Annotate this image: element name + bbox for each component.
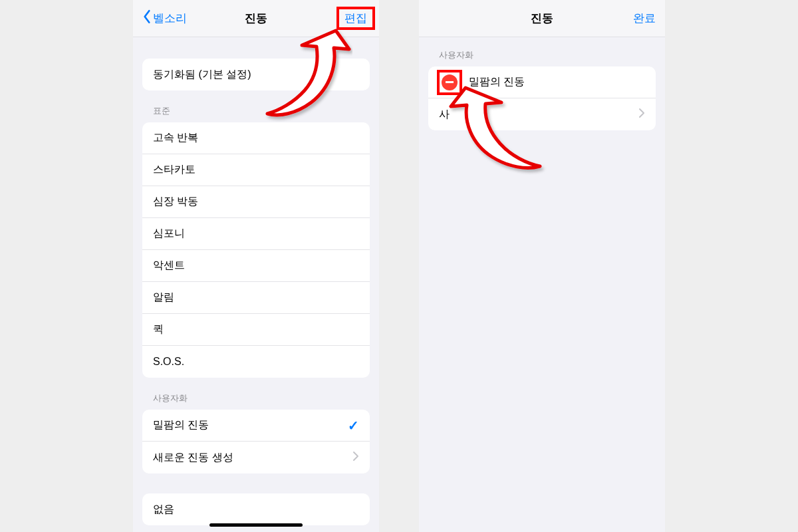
none-label: 없음 xyxy=(153,503,359,517)
custom-item-label: 밀팜의 진동 xyxy=(469,75,645,89)
list-item-label: 심장 박동 xyxy=(153,195,359,209)
list-item-label: S.O.S. xyxy=(153,356,359,368)
list-item-label: 퀵 xyxy=(153,323,359,336)
second-item-row[interactable]: 사 xyxy=(428,98,656,130)
create-new-row[interactable]: 새로운 진동 생성 xyxy=(142,442,370,473)
list-item[interactable]: 퀵 xyxy=(142,314,370,346)
chevron-right-icon xyxy=(352,451,359,464)
second-item-label: 사 xyxy=(439,108,638,122)
done-button[interactable]: 완료 xyxy=(633,11,656,26)
list-item[interactable]: 심장 박동 xyxy=(142,186,370,218)
custom-header-right: 사용자화 xyxy=(419,37,665,66)
content-left: 동기화됨 (기본 설정) 표준 고속 반복스타카토심장 박동심포니악센트알림퀵S… xyxy=(133,59,379,525)
back-button[interactable]: 벨소리 xyxy=(142,9,187,27)
synced-label: 동기화됨 (기본 설정) xyxy=(153,68,359,82)
custom-selected-row[interactable]: 밀팜의 진동 ✓ xyxy=(142,410,370,442)
list-item[interactable]: 심포니 xyxy=(142,218,370,250)
list-item[interactable]: 악센트 xyxy=(142,250,370,282)
home-indicator xyxy=(209,523,303,527)
chevron-right-icon xyxy=(638,108,645,121)
edit-button[interactable]: 편집 xyxy=(342,11,370,26)
delete-icon[interactable] xyxy=(442,74,458,90)
delete-highlight xyxy=(437,70,462,95)
content-right: 사용자화 밀팜의 진동 사 xyxy=(419,37,665,130)
list-item-label: 알림 xyxy=(153,291,359,305)
checkmark-icon: ✓ xyxy=(348,418,359,434)
custom-selected-label: 밀팜의 진동 xyxy=(153,418,348,432)
back-label: 벨소리 xyxy=(153,11,187,26)
list-item-label: 심포니 xyxy=(153,227,359,241)
page-title: 진동 xyxy=(245,11,267,26)
navbar-right: 진동 완료 xyxy=(419,0,665,37)
chevron-left-icon xyxy=(142,9,152,27)
navbar: 벨소리 진동 편집 xyxy=(133,0,379,37)
list-item-label: 악센트 xyxy=(153,259,359,273)
standard-header: 표준 xyxy=(133,90,379,122)
list-item[interactable]: 고속 반복 xyxy=(142,122,370,154)
phone-left: 벨소리 진동 편집 동기화됨 (기본 설정) 표준 고속 반복스타카토심장 박동… xyxy=(133,0,379,532)
custom-group-left: 밀팜의 진동 ✓ 새로운 진동 생성 xyxy=(142,410,370,473)
synced-row[interactable]: 동기화됨 (기본 설정) xyxy=(142,59,370,90)
standard-group: 고속 반복스타카토심장 박동심포니악센트알림퀵S.O.S. xyxy=(142,122,370,378)
custom-group-right: 밀팜의 진동 사 xyxy=(428,66,656,130)
edit-label: 편집 xyxy=(336,7,375,30)
list-item-label: 스타카토 xyxy=(153,163,359,177)
list-item-label: 고속 반복 xyxy=(153,131,359,145)
create-new-label: 새로운 진동 생성 xyxy=(153,451,352,465)
none-row[interactable]: 없음 xyxy=(142,493,370,525)
list-item[interactable]: 스타카토 xyxy=(142,154,370,186)
list-item[interactable]: S.O.S. xyxy=(142,346,370,378)
custom-item-row[interactable]: 밀팜의 진동 xyxy=(428,66,656,98)
page-title-right: 진동 xyxy=(531,11,553,26)
phone-right: 진동 완료 사용자화 밀팜의 진동 사 xyxy=(419,0,665,532)
synced-group: 동기화됨 (기본 설정) xyxy=(142,59,370,90)
done-label: 완료 xyxy=(633,12,656,25)
none-group: 없음 xyxy=(142,493,370,525)
list-item[interactable]: 알림 xyxy=(142,282,370,314)
custom-header-left: 사용자화 xyxy=(133,378,379,410)
